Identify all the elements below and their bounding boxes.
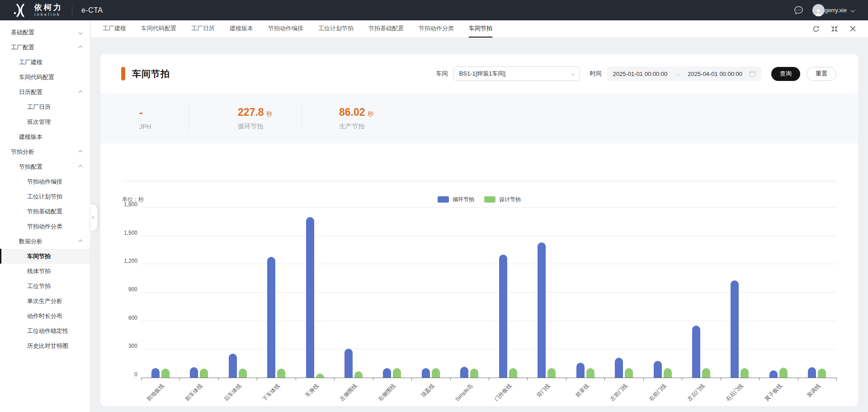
message-icon[interactable] (794, 5, 803, 15)
x-axis-label: 车身线 (274, 382, 321, 406)
bar-series-0 (306, 217, 314, 378)
sidebar-item-active[interactable]: 车间节拍 (0, 249, 90, 264)
date-end-value[interactable]: 2025-04-01 00:00:00 (688, 71, 742, 77)
legend-item[interactable]: 循环节拍 (438, 196, 474, 204)
reset-button[interactable]: 重置 (807, 67, 836, 81)
close-icon[interactable] (849, 25, 856, 32)
legend-swatch (438, 196, 449, 203)
sidebar-item[interactable]: 节拍动作分类 (0, 219, 90, 234)
brand-divider (72, 6, 72, 15)
page-title: 车间节拍 (132, 68, 170, 80)
date-range-picker[interactable]: 2025-01-01 00:00:00 → 2025-04-01 00:00:0… (607, 66, 761, 81)
sidebar-item[interactable]: 数据分析 (0, 234, 90, 249)
sidebar-item-label: 基础配置 (11, 28, 34, 37)
tab[interactable]: 节拍动作分类 (419, 20, 454, 38)
legend-item[interactable]: 设计节拍 (484, 196, 521, 204)
sidebar-item[interactable]: 工厂日历 (0, 99, 90, 114)
sidebar-item[interactable]: 工厂建模 (0, 55, 90, 70)
x-axis-label: 前罩线 (544, 382, 591, 406)
sidebar-item[interactable]: 工位节拍 (0, 279, 90, 294)
sidebar-item[interactable]: 工位计划节拍 (0, 189, 90, 204)
x-axis-tick (218, 378, 219, 380)
sidebar-item-label: 节拍动作编排 (27, 178, 62, 186)
x-axis-label: 翼子板线 (737, 382, 784, 406)
user-menu[interactable]: gerry.xie (812, 4, 854, 16)
sidebar-item[interactable]: 基础配置 (0, 25, 90, 40)
brand-name-cn: 依柯力 (34, 4, 63, 11)
x-axis-label: 右前门线 (621, 382, 668, 406)
sidebar-item[interactable]: 建模版本 (0, 129, 90, 144)
x-axis-tick (836, 378, 837, 380)
workshop-select-value: BS1-1[焊装1车间] (459, 70, 506, 78)
x-axis-tick (759, 378, 760, 380)
sidebar-item[interactable]: 节拍动作编排 (0, 174, 90, 189)
y-axis-label: 0 (134, 371, 137, 378)
bar-series-0 (190, 367, 198, 378)
bar-group (576, 208, 595, 378)
x-axis-label: 右侧围线 (350, 382, 397, 406)
brand-name-en: inkelink (34, 13, 63, 17)
tab[interactable]: 节拍基础配置 (368, 20, 404, 38)
sidebar-item-label: 单次生产分析 (27, 297, 62, 305)
app-name: e-CTA (81, 6, 103, 14)
sidebar-item-label: 班次管理 (27, 118, 51, 126)
sidebar-item[interactable]: 车间代码配置 (0, 70, 90, 85)
bar-series-1 (741, 368, 749, 378)
tab[interactable]: 车间代码配置 (141, 20, 176, 38)
y-axis-label: 1,500 (124, 230, 137, 236)
bar-group (691, 208, 711, 378)
legend-label: 设计节拍 (499, 196, 521, 204)
title-accent-bar (121, 67, 125, 81)
sidebar-item[interactable]: 工位动作稳定性 (0, 323, 90, 338)
sidebar-item[interactable]: 线体节拍 (0, 264, 90, 279)
x-axis-tick (373, 378, 373, 380)
workshop-select[interactable]: BS1-1[焊装1车间] (453, 66, 580, 81)
sidebar-item[interactable]: 工厂配置 (0, 40, 90, 55)
x-axis-label: 右后门线 (698, 382, 745, 406)
sidebar-item[interactable]: 班次管理 (0, 114, 90, 129)
bar-group (769, 208, 788, 378)
chevron-left-icon (92, 216, 95, 219)
x-axis-tick (450, 378, 451, 380)
sidebar-item[interactable]: 单次生产分析 (0, 294, 90, 308)
bar-group (537, 208, 557, 378)
sidebar-item-label: 节拍配置 (19, 163, 42, 171)
sidebar-item-label: 历史比对甘特图 (27, 342, 68, 350)
date-start-value[interactable]: 2025-01-01 00:00:00 (613, 71, 668, 77)
tab[interactable]: 节拍动作编排 (268, 20, 303, 38)
sidebar-item[interactable]: 历史比对甘特图 (0, 338, 90, 353)
bar-group (807, 208, 827, 378)
x-axis-label: 顶盖线 (389, 382, 436, 406)
x-axis-tick (141, 378, 142, 380)
tab-active[interactable]: 车间节拍 (469, 20, 492, 38)
sidebar-item-label: 建模版本 (19, 133, 42, 141)
sidebar-item[interactable]: 节拍分析 (0, 144, 90, 159)
chart-section: 单位：秒 循环节拍设计节拍 03006009001,2001,5001,800 … (100, 181, 858, 378)
tab[interactable]: 工厂日历 (191, 20, 215, 38)
x-axis-tick (721, 378, 721, 380)
x-axis-tick (179, 378, 180, 380)
tab[interactable]: 建模版本 (230, 20, 253, 38)
sidebar-item[interactable]: 动作时长分布 (0, 308, 90, 323)
bar-series-1 (354, 371, 363, 378)
sidebar-item[interactable]: 节拍配置 (0, 159, 90, 174)
tab[interactable]: 工位计划节拍 (318, 20, 354, 38)
bar-series-0 (499, 255, 507, 378)
tab[interactable]: 工厂建模 (103, 20, 126, 38)
stat-block: 227.8秒循环节拍 (189, 104, 302, 133)
bar-series-1 (818, 369, 826, 378)
refresh-icon[interactable] (812, 25, 820, 33)
bar-group (653, 208, 673, 378)
sidebar-item[interactable]: 节拍基础配置 (0, 204, 90, 219)
search-button[interactable]: 查询 (771, 67, 800, 81)
stat-unit: 秒 (368, 110, 374, 117)
sidebar-item-label: 节拍分析 (11, 148, 34, 156)
fullscreen-exit-icon[interactable] (831, 25, 838, 33)
sidebar-item[interactable]: 日历配置 (0, 85, 90, 99)
chevron-down-icon (851, 8, 855, 13)
bar-series-0 (692, 326, 700, 378)
bar-group (344, 208, 363, 378)
x-axis-tick (798, 378, 798, 380)
sidebar-collapse-handle[interactable] (90, 204, 97, 231)
stat-label: 循环节拍 (238, 123, 302, 131)
